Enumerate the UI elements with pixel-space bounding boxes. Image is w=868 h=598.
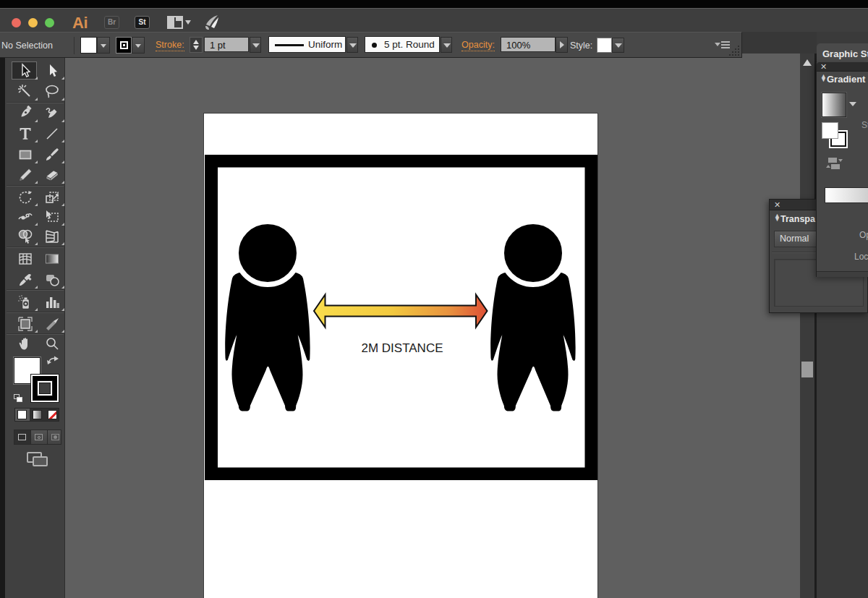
svg-text:2M DISTANCE: 2M DISTANCE	[361, 341, 443, 355]
